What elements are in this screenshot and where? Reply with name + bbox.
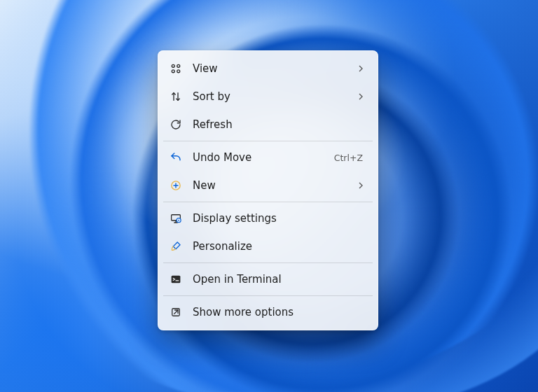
desktop-context-menu: View Sort by Refresh — [158, 50, 378, 330]
menu-item-label: Show more options — [193, 306, 366, 318]
menu-item-view[interactable]: View — [162, 55, 374, 83]
menu-item-label: Sort by — [193, 90, 346, 103]
menu-item-label: Refresh — [193, 118, 366, 131]
svg-rect-8 — [172, 276, 181, 284]
menu-item-display-settings[interactable]: Display settings — [162, 204, 374, 232]
chevron-right-icon — [356, 93, 366, 100]
menu-item-label: Open in Terminal — [193, 273, 366, 286]
chevron-right-icon — [356, 182, 366, 189]
menu-separator — [163, 295, 373, 296]
menu-item-open-in-terminal[interactable]: Open in Terminal — [162, 265, 374, 293]
refresh-icon — [169, 118, 183, 132]
menu-separator — [163, 141, 373, 141]
view-grid-icon — [169, 62, 183, 76]
menu-item-accelerator: Ctrl+Z — [334, 153, 363, 163]
menu-item-label: New — [193, 179, 346, 192]
chevron-right-icon — [356, 65, 366, 72]
menu-item-refresh[interactable]: Refresh — [162, 111, 374, 139]
expand-icon — [169, 305, 183, 319]
brush-icon — [169, 239, 183, 253]
menu-item-label: Display settings — [193, 212, 366, 225]
svg-point-1 — [177, 64, 180, 67]
menu-item-new[interactable]: New — [162, 172, 374, 200]
svg-point-2 — [172, 70, 174, 73]
menu-separator — [163, 262, 373, 263]
menu-item-label: Undo Move — [193, 151, 324, 164]
menu-item-sort-by[interactable]: Sort by — [162, 83, 374, 111]
menu-item-label: Personalize — [193, 240, 366, 253]
menu-item-undo-move[interactable]: Undo Move Ctrl+Z — [162, 144, 374, 172]
undo-icon — [169, 150, 183, 164]
svg-point-3 — [177, 70, 180, 73]
plus-circle-icon — [169, 178, 183, 192]
menu-item-show-more-options[interactable]: Show more options — [162, 298, 374, 326]
sort-icon — [169, 90, 183, 104]
menu-item-label: View — [193, 62, 346, 75]
terminal-icon — [169, 272, 183, 286]
display-settings-icon — [169, 211, 183, 225]
menu-item-personalize[interactable]: Personalize — [162, 232, 374, 260]
svg-point-7 — [178, 220, 179, 221]
svg-point-0 — [172, 64, 174, 67]
menu-separator — [163, 202, 373, 202]
